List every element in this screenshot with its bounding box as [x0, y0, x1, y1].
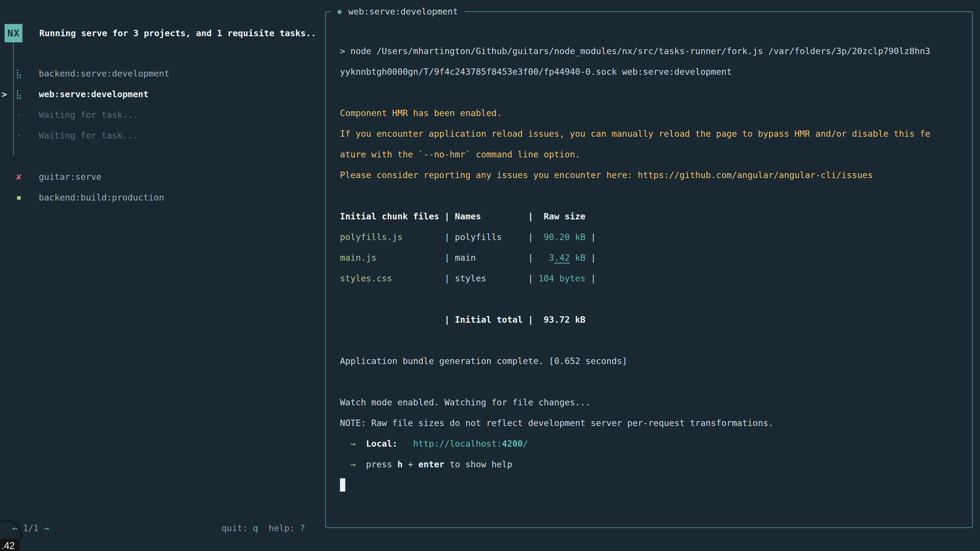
nx-logo: NX	[5, 24, 22, 42]
text-segment: quit:	[221, 523, 253, 533]
spinner-icon: ⣧	[9, 84, 29, 105]
text-segment: http://localhost:	[413, 438, 502, 449]
terminal-line: → Local: http://localhost:4200/	[340, 433, 958, 454]
terminal-line: Please consider reporting any issues you…	[340, 165, 958, 186]
task-list: ⣧backend:serve:development>⣧web:serve:de…	[0, 63, 324, 208]
task-row[interactable]: ·Waiting for task...	[0, 105, 324, 125]
text-segment: 4200	[502, 438, 523, 449]
text-segment: to show help	[444, 459, 512, 469]
running-status-dot-icon: ●	[337, 4, 342, 19]
terminal-line: polyfills.js | polyfills | 90.20 kB |	[340, 227, 958, 248]
text-cursor	[340, 478, 345, 492]
help-hints: quit: q help: ?	[221, 521, 305, 535]
text-segment: help:	[258, 523, 300, 533]
task-output-panel-title: ●web:serve:development	[331, 4, 465, 19]
task-label: backend:build:production	[39, 187, 164, 208]
text-segment: Watch mode enabled. Watching for file ch…	[340, 397, 591, 407]
text-segment: ?	[300, 523, 305, 533]
terminal-line: main.js | main | 3.42 kB |	[340, 248, 958, 268]
text-segment: |	[585, 273, 596, 283]
task-row[interactable]: ■backend:build:production	[0, 187, 324, 208]
text-segment: styles	[455, 273, 486, 283]
spinner-icon: ⣧	[9, 63, 29, 84]
terminal-line: Component HMR has been enabled.	[340, 103, 958, 124]
task-label: Waiting for task...	[39, 105, 138, 125]
selected-task-chevron-icon: >	[2, 84, 7, 105]
text-segment: →	[340, 459, 355, 469]
text-segment: ature with the `--no-hmr` command line o…	[340, 149, 580, 159]
text-segment: 3	[538, 252, 554, 263]
panel-title-label: web:serve:development	[348, 4, 458, 19]
text-segment: press	[355, 459, 397, 469]
text-segment: polyfills	[455, 232, 502, 242]
text-segment: 104 bytes	[538, 273, 585, 283]
text-segment: Initial chunk files | Names | Raw size	[340, 211, 585, 221]
text-segment: |	[376, 252, 455, 263]
task-label: guitar:serve	[39, 167, 102, 187]
terminal-line: Watch mode enabled. Watching for file ch…	[340, 392, 958, 413]
dot-icon: ·	[9, 125, 29, 146]
text-segment: /	[523, 438, 528, 449]
text-segment: Local:	[355, 438, 397, 449]
task-label: web:serve:development	[39, 84, 148, 105]
cross-icon: ✘	[9, 167, 29, 187]
terminal-line	[340, 372, 958, 392]
text-segment: Application bundle generation complete. …	[340, 356, 627, 366]
task-label: backend:serve:development	[39, 63, 169, 84]
text-segment: h	[397, 459, 402, 469]
text-segment: styles.css	[340, 273, 392, 283]
page-title: Running serve for 3 projects, and 1 requ…	[39, 26, 316, 41]
terminal-line	[340, 475, 958, 495]
task-row[interactable]: ⣧backend:serve:development	[0, 63, 324, 84]
text-segment: +	[403, 459, 418, 469]
text-segment: |	[502, 232, 538, 242]
text-segment: If you encounter application reload issu…	[340, 129, 930, 139]
text-segment: > node /Users/mhartington/Github/guitars…	[340, 46, 930, 56]
task-row[interactable]: ✘guitar:serve	[0, 167, 324, 187]
text-segment: q	[253, 523, 258, 533]
text-segment: main.js	[340, 252, 376, 263]
terminal-line: Initial chunk files | Names | Raw size	[340, 206, 958, 227]
nx-terminal-ui: NX Running serve for 3 projects, and 1 r…	[0, 0, 980, 551]
pager-label: 1/1	[23, 523, 38, 533]
task-row[interactable]: >⣧web:serve:development	[0, 84, 324, 105]
text-segment: |	[476, 252, 538, 263]
text-segment: | Initial total | 93.72 kB	[340, 314, 585, 325]
terminal-line	[340, 186, 958, 206]
terminal-line: > node /Users/mhartington/Github/guitars…	[340, 41, 958, 62]
text-segment: yyknnbtgh0000gn/T/9f4c243785f8453e3f00/f…	[340, 67, 732, 77]
terminal-output: > node /Users/mhartington/Github/guitars…	[340, 41, 958, 495]
terminal-line	[340, 289, 958, 310]
text-segment: |	[585, 232, 596, 242]
text-segment: |	[486, 273, 538, 283]
terminal-line: ature with the `--no-hmr` command line o…	[340, 144, 958, 165]
text-segment: |	[392, 273, 455, 283]
text-segment: |	[585, 252, 596, 263]
terminal-line	[340, 330, 958, 351]
terminal-line: NOTE: Raw file sizes do not reflect deve…	[340, 413, 958, 433]
task-list-gap	[0, 146, 324, 167]
pager-right-arrow-icon[interactable]: →	[38, 523, 49, 533]
text-segment: main	[455, 252, 476, 263]
text-segment: polyfills.js	[340, 232, 403, 242]
terminal-line: If you encounter application reload issu…	[340, 124, 958, 144]
terminal-line: → press h + enter to show help	[340, 454, 958, 475]
terminal-line: Application bundle generation complete. …	[340, 351, 958, 372]
text-segment: |	[403, 232, 455, 242]
text-segment: Please consider reporting any issues you…	[340, 170, 873, 180]
text-segment: enter	[418, 459, 444, 469]
text-segment: Component HMR has been enabled.	[340, 108, 502, 118]
dot-icon: ·	[9, 105, 29, 125]
terminal-line: | Initial total | 93.72 kB	[340, 310, 958, 330]
square-icon: ■	[9, 187, 29, 208]
text-segment: kB	[570, 252, 585, 263]
screenshot-size-badge: .42	[0, 539, 19, 551]
text-segment: →	[340, 438, 355, 449]
text-segment: NOTE: Raw file sizes do not reflect deve…	[340, 418, 773, 428]
text-segment: .42	[554, 252, 570, 263]
terminal-line: yyknnbtgh0000gn/T/9f4c243785f8453e3f00/f…	[340, 62, 958, 82]
task-row[interactable]: ·Waiting for task...	[0, 125, 324, 146]
terminal-line	[340, 82, 958, 103]
text-segment: 90.20 kB	[538, 232, 585, 242]
task-label: Waiting for task...	[39, 125, 138, 146]
